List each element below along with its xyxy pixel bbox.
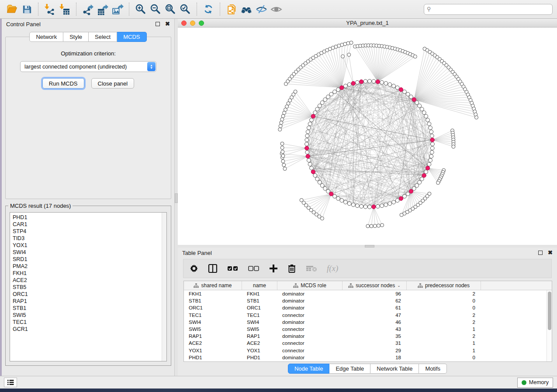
ring-node[interactable] [430,150,434,154]
satellite-node[interactable] [381,224,384,227]
export-image-icon[interactable] [110,2,125,17]
mcds-result-item[interactable]: TEC1 [13,319,166,326]
column-header-successor-nodes[interactable]: successor nodes⌄ [343,281,407,290]
ring-node[interactable] [318,180,322,184]
network-window-titlebar[interactable]: YPA_prune.txt_1 [178,19,557,28]
ring-node[interactable] [427,122,431,126]
satellite-node[interactable] [475,116,478,119]
tab-edge-table[interactable]: Edge Table [329,364,370,374]
mcds-result-item[interactable]: SRD1 [13,256,166,263]
cell-shared-name[interactable]: SWI5 [184,327,242,332]
satellite-node[interactable] [280,118,284,121]
mcds-node[interactable] [351,81,355,85]
ring-node[interactable] [388,83,392,86]
ring-node[interactable] [406,192,410,196]
mcds-node[interactable] [311,114,315,118]
satellite-node[interactable] [373,224,377,228]
satellite-node[interactable] [349,41,353,45]
cell-successor-nodes[interactable]: 43 [343,327,407,332]
mcds-node[interactable] [430,138,434,142]
cell-mcds-role[interactable]: dominator [277,334,343,339]
new-network-from-selection-icon[interactable] [224,2,239,17]
satellite-node[interactable] [279,124,282,128]
ring-node[interactable] [329,92,333,96]
ring-node[interactable] [315,107,319,111]
mcds-result-item[interactable]: ACE2 [13,277,166,284]
cell-predecessor-nodes[interactable]: 1 [407,340,481,346]
satellite-node[interactable] [377,224,380,227]
cell-shared-name[interactable]: YOX1 [184,348,242,353]
tab-node-table[interactable]: Node Table [288,364,330,374]
ring-node[interactable] [431,142,435,146]
show-panels-icon[interactable] [269,2,284,17]
ring-node[interactable] [384,82,388,86]
ring-node[interactable] [313,174,317,178]
mcds-result-item[interactable]: STB1 [13,305,166,312]
ring-node[interactable] [376,204,380,208]
mcds-result-item[interactable]: RAP1 [13,298,166,305]
criterion-select[interactable]: largest connected component (undirected)… [20,61,156,72]
tab-network-table[interactable]: Network Table [370,364,419,374]
ring-node[interactable] [430,134,434,138]
ring-node[interactable] [336,196,340,200]
cell-name[interactable]: SWI5 [242,327,277,332]
mcds-result-item[interactable]: STB5 [13,284,166,291]
ring-node[interactable] [430,146,434,150]
satellite-node[interactable] [280,121,283,124]
close-panel-icon[interactable]: ✖ [165,22,170,26]
ring-node[interactable] [429,126,432,130]
cell-predecessor-nodes[interactable]: 0 [407,355,481,360]
ring-node[interactable] [388,202,392,206]
import-network-icon[interactable] [42,2,57,17]
select-all-rows-icon[interactable] [227,263,239,274]
ring-node[interactable] [307,158,311,162]
zoom-out-icon[interactable] [148,2,163,17]
satellite-node[interactable] [283,111,286,115]
ring-node[interactable] [420,177,424,181]
cell-mcds-role[interactable]: dominator [277,291,343,296]
mcds-result-item[interactable]: TID3 [13,235,166,242]
ring-node[interactable] [315,177,319,181]
save-session-icon[interactable] [19,2,34,17]
ring-node[interactable] [420,107,424,111]
memory-button[interactable]: Memory [517,378,553,388]
ring-node[interactable] [320,184,324,188]
satellite-node[interactable] [280,146,284,149]
mcds-node[interactable] [409,189,413,193]
cell-successor-nodes[interactable]: 35 [343,334,407,339]
mcds-node[interactable] [399,196,403,200]
cell-successor-nodes[interactable]: 18 [343,355,407,360]
table-row[interactable]: FKH1FKH1dominator962 [184,290,547,297]
mcds-node[interactable] [426,166,429,170]
cell-name[interactable]: RAP1 [242,334,277,339]
delete-row-icon[interactable] [287,263,296,274]
cell-mcds-role[interactable]: connector [277,340,343,346]
cell-mcds-role[interactable]: dominator [277,355,343,360]
cell-successor-nodes[interactable]: 62 [343,298,407,303]
ring-node[interactable] [333,90,337,94]
deselect-all-rows-icon[interactable] [248,263,259,274]
cell-shared-name[interactable]: ACE2 [184,340,242,346]
cell-name[interactable]: YOX1 [242,348,277,353]
cell-predecessor-nodes[interactable]: 1 [407,348,481,353]
cell-mcds-role[interactable]: dominator [277,305,343,310]
ring-node[interactable] [403,90,407,94]
table-row[interactable]: SWI5SWI5connector431 [184,326,547,333]
ring-node[interactable] [323,186,327,190]
column-header-shared-name[interactable]: shared name [184,281,242,290]
satellite-node[interactable] [370,224,373,228]
satellite-node[interactable] [413,55,417,58]
ring-node[interactable] [305,138,309,142]
ring-node[interactable] [422,111,426,115]
cell-name[interactable]: TEC1 [242,313,277,318]
satellite-node[interactable] [347,53,351,56]
ring-node[interactable] [429,155,433,158]
ring-node[interactable] [356,80,360,84]
satellite-node[interactable] [366,224,370,228]
import-table-icon[interactable] [57,2,72,17]
cell-successor-nodes[interactable]: 96 [343,291,407,296]
cell-predecessor-nodes[interactable]: 2 [407,291,481,296]
ring-node[interactable] [418,180,422,184]
mcds-node[interactable] [376,80,380,84]
mcds-node[interactable] [372,205,376,209]
